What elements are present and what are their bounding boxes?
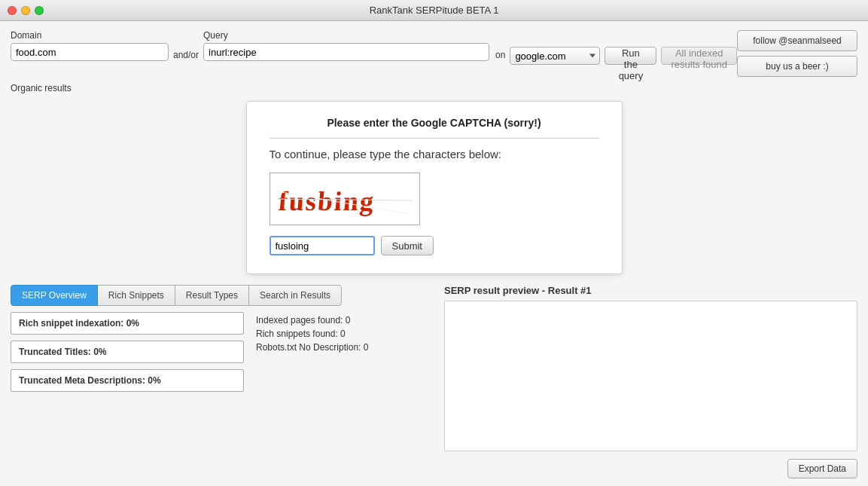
captcha-subtitle: To continue, please type the characters … [270,148,599,160]
bottom-left-stats: Indexed pages found: 0 Rich snippets fou… [256,315,368,392]
rich-snippet-bar: Rich snippet indexation: 0% [11,312,244,335]
main-content: Domain and/or Query on google.com bing.c… [0,21,868,486]
andor-label: and/or [173,50,199,60]
captcha-input[interactable] [270,236,375,255]
close-button[interactable] [8,6,17,15]
maximize-button[interactable] [35,6,44,15]
app-title: RankTank SERPitude BETA 1 [370,5,499,16]
organic-label: Organic results [11,83,72,93]
on-label: on [495,50,505,60]
captcha-overlay: Please enter the Google CAPTCHA (sorry!)… [11,101,857,274]
truncated-titles-bar: Truncated Titles: 0% [11,341,244,363]
organic-row: Organic results [11,83,857,93]
serp-preview-box [444,301,857,451]
beer-button[interactable]: buy us a beer :) [737,56,857,77]
svg-text:fusbing: fusbing [277,186,376,216]
robots-stat: Robots.txt No Description: 0 [256,342,368,353]
export-button[interactable]: Export Data [787,459,857,478]
tab-bar: SERP Overview Rich Snippets Result Types… [11,285,432,306]
right-panel: SERP result preview - Result #1 Export D… [444,285,857,478]
captcha-dialog: Please enter the Google CAPTCHA (sorry!)… [246,101,623,274]
bottom-area: Rich snippet indexation: 0% Truncated Ti… [11,312,432,392]
rich-snippets-stat: Rich snippets found: 0 [256,329,368,339]
captcha-svg: fusbing [273,176,416,222]
tab-rich-snippets[interactable]: Rich Snippets [97,285,175,306]
tab-search-in-results[interactable]: Search in Results [248,285,342,306]
indexed-results-button[interactable]: All indexed results found [661,47,737,65]
export-wrap: Export Data [444,456,857,478]
bottom-section: SERP Overview Rich Snippets Result Types… [11,285,857,478]
truncated-meta-bar: Truncated Meta Descriptions: 0% [11,369,244,392]
run-query-button[interactable]: Run the query [605,47,656,65]
stats-bars: Rich snippet indexation: 0% Truncated Ti… [11,312,244,392]
domain-group: Domain [11,30,169,61]
window-controls[interactable] [8,6,44,15]
engine-select[interactable]: google.com bing.com yahoo.com [510,47,600,65]
right-buttons: follow @seanmalseed buy us a beer :) [737,30,857,77]
top-row: Domain and/or Query on google.com bing.c… [11,30,857,77]
query-label: Query [203,30,489,41]
captcha-input-row: Submit [270,236,599,255]
captcha-title: Please enter the Google CAPTCHA (sorry!) [270,117,599,139]
query-group: Query [203,30,489,61]
captcha-image: fusbing [270,173,420,225]
query-input[interactable] [203,43,489,61]
tab-serp-overview[interactable]: SERP Overview [11,285,98,306]
indexed-pages-stat: Indexed pages found: 0 [256,315,368,326]
tab-result-types[interactable]: Result Types [175,285,249,306]
domain-label: Domain [11,30,169,41]
domain-input[interactable] [11,43,169,61]
left-panel: SERP Overview Rich Snippets Result Types… [11,285,432,478]
title-bar: RankTank SERPitude BETA 1 [0,0,868,21]
follow-button[interactable]: follow @seanmalseed [737,30,857,51]
serp-preview-title: SERP result preview - Result #1 [444,285,857,296]
captcha-submit-button[interactable]: Submit [381,236,434,255]
minimize-button[interactable] [21,6,30,15]
engine-select-wrap: google.com bing.com yahoo.com [510,47,600,65]
